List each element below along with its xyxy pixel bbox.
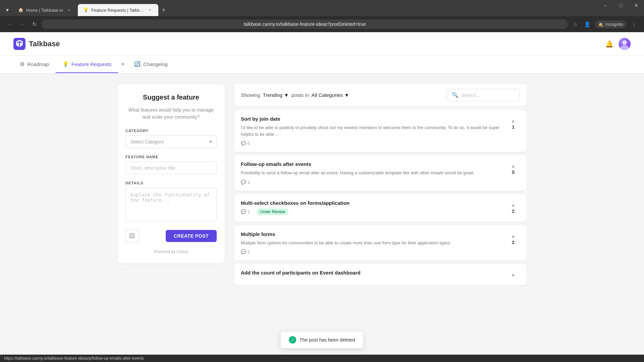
- incognito-icon: 🕵: [598, 22, 603, 27]
- under-review-badge: Under Review: [257, 208, 288, 215]
- comment-count-2: 1: [248, 180, 250, 185]
- main-layout: Suggest a feature What features would he…: [104, 73, 540, 299]
- search-input[interactable]: [461, 93, 515, 98]
- bookmark-icon[interactable]: ☆: [571, 19, 580, 29]
- category-select[interactable]: Select Category: [125, 135, 217, 148]
- tab-1-close[interactable]: ✕: [66, 7, 72, 13]
- vote-button-4[interactable]: ▲ 2: [506, 231, 520, 247]
- trending-dropdown[interactable]: Trending ▼: [263, 92, 289, 98]
- vote-count-3: 2: [512, 208, 515, 214]
- comment-icon-1: 💬: [241, 141, 246, 146]
- post-card-multiple-forms[interactable]: Multiple forms Multiple form options for…: [234, 225, 527, 261]
- toast-message: The post has been deleted: [300, 337, 355, 343]
- feature-name-field-group: FEATURE NAME: [125, 155, 217, 174]
- incognito-label: Incognito: [605, 22, 623, 27]
- svg-point-2: [621, 45, 629, 50]
- post-title-5: Add the count of participants on Event d…: [241, 270, 502, 276]
- vote-count-1: 1: [512, 124, 515, 130]
- forward-button[interactable]: →: [17, 19, 27, 29]
- post-content-3: Multi-select checkboxes on forms/applica…: [241, 200, 502, 215]
- header-right: 🔔: [604, 38, 631, 50]
- close-button[interactable]: ✕: [629, 0, 644, 11]
- post-card-participants[interactable]: Add the count of participants on Event d…: [234, 264, 527, 285]
- profile-icon[interactable]: 👤: [583, 19, 592, 29]
- all-categories-label: All Categories: [312, 92, 343, 98]
- svg-point-1: [622, 40, 627, 45]
- user-avatar[interactable]: [619, 38, 631, 50]
- trending-label: Trending: [263, 92, 283, 98]
- post-comments-1: 💬 0: [241, 141, 250, 146]
- panel-title: Suggest a feature: [125, 94, 217, 101]
- reload-button[interactable]: ↻: [30, 19, 39, 29]
- nav-changelog-label: Changelog: [143, 61, 168, 67]
- vote-button-3[interactable]: ▲ 2: [506, 200, 520, 216]
- post-title-4: Multiple forms: [241, 231, 502, 237]
- tab-2-close[interactable]: ✕: [147, 7, 153, 13]
- trending-chevron-icon: ▼: [284, 92, 289, 98]
- tab-1[interactable]: 🏠 Home | Talkbase.io ✕: [13, 4, 77, 16]
- post-meta-1: 💬 0: [241, 141, 502, 146]
- categories-dropdown[interactable]: All Categories ▼: [312, 92, 349, 98]
- powered-by: Powered by Canny: [125, 249, 217, 254]
- post-content-2: Follow-up emails after events Possibilit…: [241, 161, 502, 185]
- tab-scroll-arrow[interactable]: ▼: [3, 5, 12, 15]
- feature-requests-dropdown[interactable]: ▼: [118, 60, 127, 69]
- post-meta-3: 💬 1 · Under Review: [241, 208, 502, 215]
- logo-icon: [13, 38, 25, 50]
- nav-feature-requests-label: Feature Requests: [71, 61, 111, 67]
- changelog-refresh-icon: 🔄: [134, 61, 141, 67]
- tab-1-favicon: 🏠: [18, 7, 23, 13]
- posts-in-label: posts in: [291, 92, 309, 98]
- nav-bar: ⊞ Roadmap 💡 Feature Requests ▼ 🔄 Changel…: [0, 56, 644, 73]
- post-content-1: Sort by join date I'd like to be able to…: [241, 116, 502, 146]
- create-post-button[interactable]: CREATE POST: [166, 230, 217, 242]
- post-meta-4: 💬 1: [241, 249, 502, 254]
- vote-button-2[interactable]: ▲ 5: [506, 161, 520, 177]
- nav-roadmap[interactable]: ⊞ Roadmap: [13, 56, 56, 73]
- post-title-3: Multi-select checkboxes on forms/applica…: [241, 200, 502, 206]
- status-bar: https://talkbase.canny.io/talkbase-featu…: [0, 355, 644, 362]
- image-upload-button[interactable]: 🖼: [125, 229, 139, 243]
- tab-2[interactable]: 💡 Feature Requests | Talkbase ✕: [78, 4, 158, 16]
- post-content-5: Add the count of participants on Event d…: [241, 270, 502, 278]
- tab-bar: ▼ 🏠 Home | Talkbase.io ✕ 💡 Feature Reque…: [0, 0, 644, 16]
- post-card-sort-by-join-date[interactable]: Sort by join date I'd like to be able to…: [234, 110, 527, 152]
- post-desc-2: Possibility to send a follow-up email af…: [241, 170, 502, 176]
- incognito-badge[interactable]: 🕵 Incognito: [595, 20, 627, 28]
- notification-bell-icon[interactable]: 🔔: [604, 39, 614, 49]
- logo-area[interactable]: Talkbase: [13, 38, 60, 50]
- dot-separator-3: ·: [253, 209, 254, 214]
- back-button[interactable]: ←: [5, 19, 15, 29]
- nav-roadmap-label: Roadmap: [27, 61, 49, 67]
- category-field-group: CATEGORY Select Category ▼: [125, 129, 217, 148]
- post-card-followup-emails[interactable]: Follow-up emails after events Possibilit…: [234, 155, 527, 191]
- maximize-button[interactable]: □: [613, 0, 629, 11]
- vote-arrow-icon-4: ▲: [511, 233, 516, 239]
- feature-name-input[interactable]: [125, 162, 217, 174]
- suggest-panel: Suggest a feature What features would he…: [117, 84, 225, 263]
- category-select-wrapper: Select Category ▼: [125, 135, 217, 148]
- url-bar[interactable]: [42, 19, 568, 29]
- search-icon: 🔍: [452, 92, 459, 98]
- tab-2-title: Feature Requests | Talkbase: [91, 8, 144, 13]
- nav-changelog[interactable]: 🔄 Changelog: [127, 56, 174, 73]
- feature-requests-bulb-icon: 💡: [62, 61, 69, 67]
- toast-notification: ✓ The post has been deleted: [280, 331, 364, 349]
- details-textarea[interactable]: [125, 188, 217, 221]
- comment-icon-4: 💬: [241, 249, 246, 254]
- vote-arrow-icon-2: ▲: [511, 163, 516, 169]
- menu-icon[interactable]: ⋮: [629, 19, 639, 29]
- panel-desc: What features would help you to manage a…: [125, 107, 217, 121]
- vote-count-2: 5: [512, 169, 515, 175]
- post-content-4: Multiple forms Multiple form options for…: [241, 231, 502, 255]
- new-tab-button[interactable]: +: [159, 5, 168, 15]
- window-controls: – □ ✕: [598, 0, 644, 16]
- vote-button-5[interactable]: ▲: [506, 270, 520, 279]
- nav-feature-requests[interactable]: 💡 Feature Requests: [56, 56, 118, 73]
- comment-count-3: 1: [248, 209, 250, 214]
- post-comments-2: 💬 1: [241, 180, 250, 185]
- post-card-multiselect[interactable]: Multi-select checkboxes on forms/applica…: [234, 194, 527, 222]
- search-box: 🔍: [447, 89, 520, 101]
- minimize-button[interactable]: –: [598, 0, 613, 11]
- vote-button-1[interactable]: ▲ 1: [506, 116, 520, 132]
